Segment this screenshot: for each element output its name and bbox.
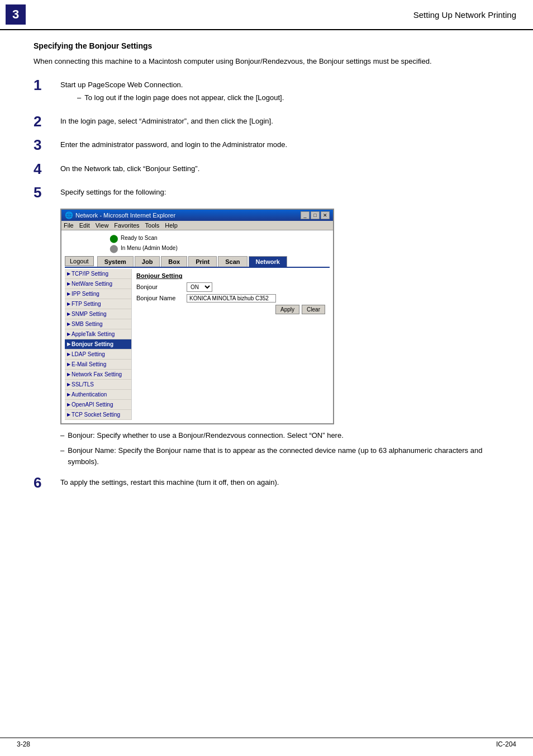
arrow-icon-7: ▶ xyxy=(67,332,70,337)
menu-tools[interactable]: Tools xyxy=(145,222,160,229)
close-button[interactable]: ✕ xyxy=(321,211,330,219)
sidebar-item-ipp[interactable]: ▶ IPP Setting xyxy=(65,289,131,299)
sidebar-label-tcpip: TCP/IP Setting xyxy=(72,271,108,277)
step-6-text: To apply the settings, restart this mach… xyxy=(60,478,279,486)
sidebar-label-smb: SMB Setting xyxy=(72,321,103,327)
section-heading: Specifying the Bonjour Settings xyxy=(34,41,499,50)
step-1-sub-1-text: To log out if the login page does not ap… xyxy=(84,92,284,103)
step-2: 2 In the login page, select “Administrat… xyxy=(34,114,499,130)
browser-icon: 🌐 xyxy=(65,211,73,219)
sub-step-dash: – xyxy=(77,92,81,103)
step-4-number: 4 xyxy=(34,161,60,177)
sidebar-item-networkfax[interactable]: ▶ Network Fax Setting xyxy=(65,370,131,380)
sidebar: ▶ TCP/IP Setting ▶ NetWare Setting ▶ IPP… xyxy=(65,269,132,420)
sidebar-item-netware[interactable]: ▶ NetWare Setting xyxy=(65,279,131,289)
sidebar-label-snmp: SNMP Setting xyxy=(72,311,107,317)
sidebar-item-bonjour[interactable]: ▶ Bonjour Setting xyxy=(65,339,131,349)
tab-print[interactable]: Print xyxy=(188,256,217,267)
apply-button[interactable]: Apply xyxy=(275,305,299,314)
step-1-text: Start up PageScope Web Connection. xyxy=(60,81,183,89)
arrow-icon-9: ▶ xyxy=(67,352,70,357)
tab-scan[interactable]: Scan xyxy=(218,256,247,267)
step-1-sub-1: – To log out if the login page does not … xyxy=(77,92,284,103)
step-4-content: On the Network tab, click “Bonjour Setti… xyxy=(60,161,199,174)
tab-system[interactable]: System xyxy=(97,256,134,267)
bonjour-name-row: Bonjour Name xyxy=(136,294,325,303)
nav-tabs: Logout System Job Box Print Scan Network xyxy=(65,256,330,268)
arrow-icon-4: ▶ xyxy=(67,301,70,306)
sidebar-item-ssltls[interactable]: ▶ SSL/TLS xyxy=(65,380,131,390)
sidebar-item-email[interactable]: ▶ E-Mail Setting xyxy=(65,360,131,370)
status-bar: ⬤ Ready to Scan ⬤ In Menu (Admin Mode) xyxy=(65,234,330,253)
menu-view[interactable]: View xyxy=(96,222,109,229)
sidebar-label-ssltls: SSL/TLS xyxy=(72,381,94,388)
tab-network[interactable]: Network xyxy=(249,256,287,267)
main-content: Specifying the Bonjour Settings When con… xyxy=(0,36,533,504)
logout-button[interactable]: Logout xyxy=(65,256,94,266)
sidebar-label-ipp: IPP Setting xyxy=(72,291,99,297)
bonjour-section-title: Bonjour Setting xyxy=(136,272,325,279)
browser-content: ⬤ Ready to Scan ⬤ In Menu (Admin Mode) L… xyxy=(61,230,333,423)
action-buttons: Apply Clear xyxy=(136,305,325,314)
step-1-content: Start up PageScope Web Connection. – To … xyxy=(60,77,284,106)
status-scan-icon: ⬤ xyxy=(110,234,118,243)
browser-controls[interactable]: _ □ ✕ xyxy=(301,211,330,219)
menu-file[interactable]: File xyxy=(64,222,74,229)
bullet-text-2: Bonjour Name: Specify the Bonjour name t… xyxy=(68,445,499,467)
step-2-text: In the login page, select “Administrator… xyxy=(60,117,273,125)
arrow-icon-2: ▶ xyxy=(67,281,70,286)
sidebar-item-tcpip[interactable]: ▶ TCP/IP Setting xyxy=(65,269,131,279)
header-title: Setting Up Network Printing xyxy=(413,10,516,20)
menu-help[interactable]: Help xyxy=(165,222,178,229)
tab-box[interactable]: Box xyxy=(161,256,187,267)
step-5: 5 Specify settings for the following: xyxy=(34,185,499,201)
arrow-icon-3: ▶ xyxy=(67,291,70,296)
browser-title: 🌐 Network - Microsoft Internet Explorer xyxy=(65,211,175,219)
arrow-icon-1: ▶ xyxy=(67,271,70,276)
bonjour-name-label: Bonjour Name xyxy=(136,295,187,301)
sidebar-item-openapi[interactable]: ▶ OpenAPI Setting xyxy=(65,400,131,410)
bonjour-dropdown[interactable]: ON OFF xyxy=(187,282,212,292)
clear-button[interactable]: Clear xyxy=(302,305,325,314)
panel-container: ▶ TCP/IP Setting ▶ NetWare Setting ▶ IPP… xyxy=(65,269,330,420)
sidebar-label-tcpsocket: TCP Socket Setting xyxy=(72,412,120,418)
page-footer: 3-28 IC-204 xyxy=(0,738,533,750)
chapter-badge: 3 xyxy=(6,4,26,25)
bonjour-field-label: Bonjour xyxy=(136,284,187,290)
footer-left: 3-28 xyxy=(17,740,30,748)
sidebar-item-ftp[interactable]: ▶ FTP Setting xyxy=(65,299,131,309)
browser-window: 🌐 Network - Microsoft Internet Explorer … xyxy=(60,209,334,424)
sidebar-item-smb[interactable]: ▶ SMB Setting xyxy=(65,319,131,329)
bonjour-name-input[interactable] xyxy=(187,294,276,303)
maximize-button[interactable]: □ xyxy=(311,211,320,219)
status-row-2: ⬤ In Menu (Admin Mode) xyxy=(110,244,178,253)
bonjour-name-value xyxy=(187,294,276,303)
sidebar-item-snmp[interactable]: ▶ SNMP Setting xyxy=(65,309,131,319)
step-5-text: Specify settings for the following: xyxy=(60,188,166,196)
tab-job[interactable]: Job xyxy=(135,256,160,267)
bullet-item-2: – Bonjour Name: Specify the Bonjour name… xyxy=(60,445,499,467)
browser-titlebar: 🌐 Network - Microsoft Internet Explorer … xyxy=(61,210,333,221)
status-admin-icon: ⬤ xyxy=(110,244,118,253)
menu-edit[interactable]: Edit xyxy=(79,222,90,229)
step-3: 3 Enter the administrator password, and … xyxy=(34,137,499,153)
step-2-number: 2 xyxy=(34,114,60,130)
bullet-text-1: Bonjour: Specify whether to use a Bonjou… xyxy=(68,430,344,441)
arrow-icon-11: ▶ xyxy=(67,372,70,377)
bullet-dash-2: – xyxy=(60,445,64,456)
page-header: 3 Setting Up Network Printing xyxy=(0,0,533,30)
minimize-button[interactable]: _ xyxy=(301,211,310,219)
sidebar-item-tcpsocket[interactable]: ▶ TCP Socket Setting xyxy=(65,410,131,420)
step-3-text: Enter the administrator password, and lo… xyxy=(60,140,287,149)
step-1: 1 Start up PageScope Web Connection. – T… xyxy=(34,77,499,106)
step-1-number: 1 xyxy=(34,77,60,93)
sidebar-item-appletalk[interactable]: ▶ AppleTalk Setting xyxy=(65,329,131,339)
step-5-content: Specify settings for the following: xyxy=(60,185,166,198)
browser-title-text: Network - Microsoft Internet Explorer xyxy=(75,212,175,219)
menu-favorites[interactable]: Favorites xyxy=(114,222,139,229)
sidebar-item-auth[interactable]: ▶ Authentication xyxy=(65,390,131,400)
bullet-list: – Bonjour: Specify whether to use a Bonj… xyxy=(60,430,499,467)
sidebar-item-ldap[interactable]: ▶ LDAP Setting xyxy=(65,349,131,360)
arrow-icon-15: ▶ xyxy=(67,412,70,417)
sidebar-label-openapi: OpenAPI Setting xyxy=(72,401,113,408)
